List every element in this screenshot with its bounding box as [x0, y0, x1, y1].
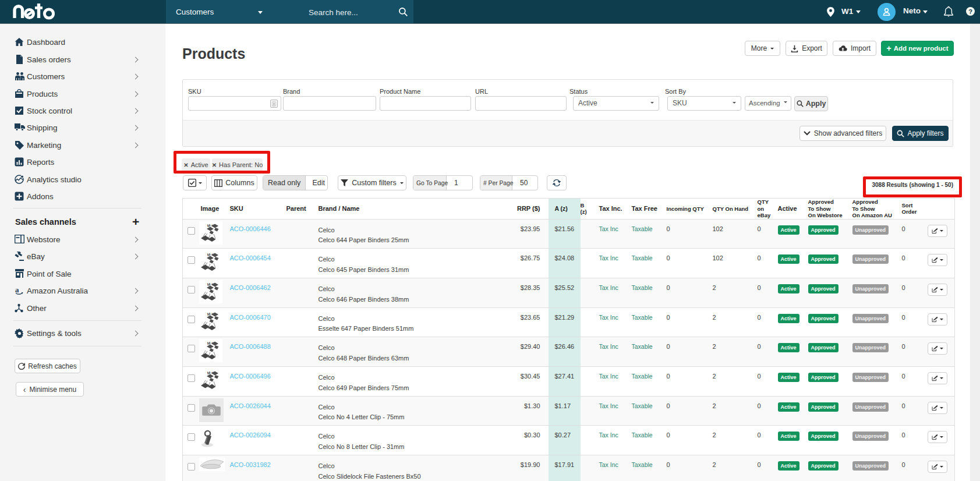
svg-text:a: a [15, 286, 19, 294]
